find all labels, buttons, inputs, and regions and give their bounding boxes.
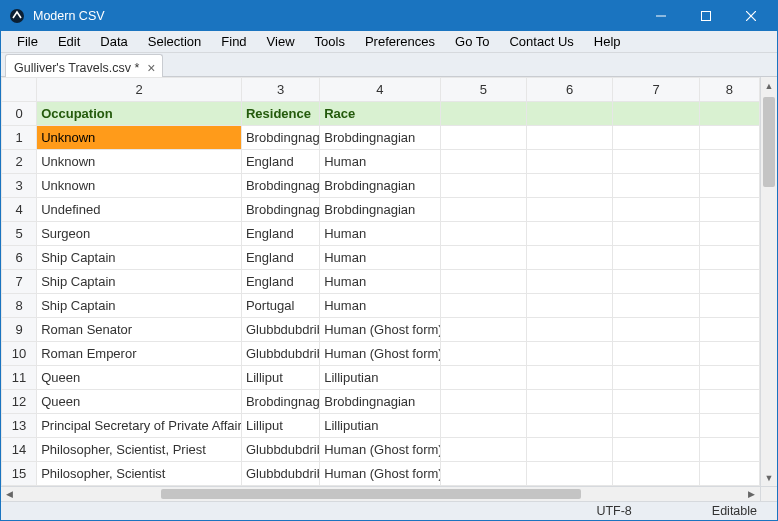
row-header[interactable]: 15 xyxy=(2,462,37,486)
cell[interactable]: Queen xyxy=(37,366,242,390)
row-header[interactable]: 7 xyxy=(2,270,37,294)
cell[interactable] xyxy=(699,270,759,294)
cell[interactable] xyxy=(613,390,699,414)
menu-selection[interactable]: Selection xyxy=(138,31,211,52)
row-header[interactable]: 14 xyxy=(2,438,37,462)
cell[interactable] xyxy=(613,318,699,342)
menu-view[interactable]: View xyxy=(257,31,305,52)
cell[interactable] xyxy=(440,222,526,246)
cell[interactable]: Human (Ghost form) xyxy=(320,462,440,486)
cell[interactable] xyxy=(613,102,699,126)
cell[interactable]: Human xyxy=(320,222,440,246)
cell[interactable] xyxy=(440,150,526,174)
row-header[interactable]: 11 xyxy=(2,366,37,390)
cell[interactable] xyxy=(527,150,613,174)
vertical-scroll-thumb[interactable] xyxy=(763,97,775,187)
menu-find[interactable]: Find xyxy=(211,31,256,52)
cell[interactable]: Philosopher, Scientist xyxy=(37,462,242,486)
cell[interactable] xyxy=(613,126,699,150)
file-tab[interactable]: Gulliver's Travels.csv * × xyxy=(5,54,163,77)
cell[interactable]: Human xyxy=(320,270,440,294)
menu-edit[interactable]: Edit xyxy=(48,31,90,52)
column-header[interactable]: 8 xyxy=(699,78,759,102)
cell[interactable] xyxy=(699,222,759,246)
cell[interactable] xyxy=(613,342,699,366)
cell[interactable]: Occupation xyxy=(37,102,242,126)
cell[interactable] xyxy=(440,390,526,414)
cell[interactable]: Portugal xyxy=(241,294,319,318)
row-header[interactable]: 12 xyxy=(2,390,37,414)
cell[interactable] xyxy=(613,366,699,390)
row-header[interactable]: 8 xyxy=(2,294,37,318)
maximize-button[interactable] xyxy=(683,1,728,31)
cell[interactable] xyxy=(527,366,613,390)
menu-file[interactable]: File xyxy=(7,31,48,52)
cell[interactable] xyxy=(527,270,613,294)
cell[interactable]: Brobdingnagian xyxy=(320,174,440,198)
row-header[interactable]: 6 xyxy=(2,246,37,270)
row-header[interactable]: 13 xyxy=(2,414,37,438)
cell[interactable]: England xyxy=(241,150,319,174)
cell[interactable] xyxy=(440,270,526,294)
cell[interactable]: Brobdingnag xyxy=(241,390,319,414)
column-header[interactable]: 5 xyxy=(440,78,526,102)
cell[interactable] xyxy=(699,294,759,318)
column-header[interactable]: 7 xyxy=(613,78,699,102)
cell[interactable] xyxy=(440,342,526,366)
grid-corner[interactable] xyxy=(2,78,37,102)
cell[interactable] xyxy=(440,246,526,270)
cell[interactable]: Brobdingnag xyxy=(241,126,319,150)
cell[interactable] xyxy=(440,414,526,438)
column-header[interactable]: 2 xyxy=(37,78,242,102)
cell[interactable] xyxy=(527,438,613,462)
cell[interactable] xyxy=(699,318,759,342)
cell[interactable] xyxy=(440,174,526,198)
cell[interactable] xyxy=(699,126,759,150)
cell[interactable]: Principal Secretary of Private Affairs xyxy=(37,414,242,438)
cell[interactable] xyxy=(440,462,526,486)
cell[interactable] xyxy=(699,198,759,222)
row-header[interactable]: 4 xyxy=(2,198,37,222)
cell[interactable] xyxy=(613,294,699,318)
cell[interactable]: Ship Captain xyxy=(37,270,242,294)
cell[interactable]: Brobdingnagian xyxy=(320,126,440,150)
cell[interactable] xyxy=(527,126,613,150)
cell[interactable] xyxy=(699,342,759,366)
minimize-button[interactable] xyxy=(638,1,683,31)
menu-data[interactable]: Data xyxy=(90,31,137,52)
cell[interactable] xyxy=(613,246,699,270)
cell[interactable]: Human xyxy=(320,150,440,174)
cell[interactable] xyxy=(440,198,526,222)
column-header[interactable]: 4 xyxy=(320,78,440,102)
cell[interactable] xyxy=(699,414,759,438)
cell[interactable]: Unknown xyxy=(37,126,242,150)
cell[interactable]: Roman Senator xyxy=(37,318,242,342)
cell[interactable]: Lilliput xyxy=(241,414,319,438)
cell[interactable]: England xyxy=(241,222,319,246)
scroll-up-icon[interactable]: ▲ xyxy=(761,77,777,94)
cell[interactable] xyxy=(440,318,526,342)
data-grid[interactable]: 2345678 0OccupationResidenceRace1Unknown… xyxy=(1,77,760,486)
menu-tools[interactable]: Tools xyxy=(305,31,355,52)
cell[interactable]: Surgeon xyxy=(37,222,242,246)
cell[interactable] xyxy=(440,126,526,150)
row-header[interactable]: 0 xyxy=(2,102,37,126)
cell[interactable] xyxy=(613,198,699,222)
cell[interactable]: Human (Ghost form) xyxy=(320,342,440,366)
cell[interactable] xyxy=(699,438,759,462)
menu-contact[interactable]: Contact Us xyxy=(499,31,583,52)
cell[interactable] xyxy=(613,462,699,486)
cell[interactable]: Race xyxy=(320,102,440,126)
column-header[interactable]: 6 xyxy=(527,78,613,102)
cell[interactable]: Brobdingnagian xyxy=(320,198,440,222)
cell[interactable]: Unknown xyxy=(37,174,242,198)
cell[interactable]: Brobdingnag xyxy=(241,174,319,198)
cell[interactable] xyxy=(440,294,526,318)
cell[interactable]: Lilliputian xyxy=(320,366,440,390)
titlebar[interactable]: Modern CSV xyxy=(1,1,777,31)
column-header[interactable]: 3 xyxy=(241,78,319,102)
cell[interactable]: Lilliputian xyxy=(320,414,440,438)
cell[interactable] xyxy=(613,414,699,438)
cell[interactable]: Lilliput xyxy=(241,366,319,390)
cell[interactable] xyxy=(613,174,699,198)
